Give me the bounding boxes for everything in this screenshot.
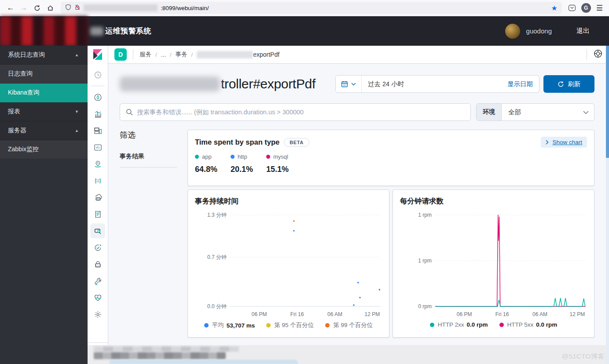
svg-text:1 rpm: 1 rpm [418, 258, 432, 264]
svg-text:06 PM: 06 PM [457, 311, 472, 317]
devtools-icon[interactable] [90, 273, 105, 288]
legend-label: 第 99 个百分位 [333, 321, 373, 329]
legend-item[interactable]: HTTP 2xx0.0 rpm [430, 321, 488, 328]
logs-icon[interactable] [90, 207, 105, 222]
menu-icon[interactable]: ☰ [596, 4, 603, 13]
help-icon[interactable] [593, 49, 603, 60]
chart-plot-area[interactable]: 1.3 分钟0.7 分钟0.0 分钟06 PMFri 1606 AM12 PM [195, 207, 382, 320]
monitoring-icon[interactable] [90, 290, 105, 305]
censored-host [84, 4, 158, 11]
forward-icon[interactable]: → [18, 1, 30, 15]
logout-link[interactable]: 退出 [576, 27, 590, 35]
environment-select[interactable]: 环境 全部 [476, 103, 594, 121]
url-text[interactable]: :8099/webui/main/ [161, 5, 209, 11]
span-type-http: http 20.1% [231, 153, 266, 174]
legend-value: 0.0 rpm [536, 321, 557, 328]
url-bar[interactable]: :8099/webui/main/ ★ [61, 2, 562, 14]
rail-divider [91, 86, 105, 86]
svg-text:0.0 分钟: 0.0 分钟 [207, 303, 227, 309]
watermark: @51CTO博客 [562, 353, 605, 361]
page-scrollbar[interactable] [606, 46, 609, 364]
legend-item[interactable]: HTTP 5xx0.0 rpm [499, 321, 558, 328]
browser-toolbar: ← → :8099/webui/main/ ★ G ☰ [0, 0, 609, 16]
sidebar-item-label: 报表 [8, 108, 20, 116]
refresh-label: 刷新 [568, 80, 581, 88]
sidebar-item-reports[interactable]: 报表 ▼ [0, 102, 88, 121]
span-type-panel: Time spent by span type BETA Show chart … [187, 130, 594, 186]
svg-text:12 PM: 12 PM [365, 311, 380, 317]
account-avatar[interactable]: G [581, 3, 591, 13]
svg-text:12 PM: 12 PM [570, 311, 585, 317]
bookmark-star-icon[interactable]: ★ [551, 4, 557, 12]
home-icon[interactable] [44, 1, 56, 15]
chart-plot-area[interactable]: 1 rpm1 rpm0 rpm06 PMFri 1606 AM12 PM [400, 207, 587, 320]
scrollbar-thumb[interactable] [606, 46, 609, 158]
sidebar-item-servers[interactable]: 服务器 ▲ [0, 121, 88, 140]
calendar-dropdown[interactable] [336, 76, 362, 92]
legend-dot [430, 323, 434, 327]
page-title: troller#exportPdf [221, 76, 316, 91]
uptime-icon[interactable] [90, 240, 105, 255]
reload-icon[interactable] [31, 1, 43, 15]
apm-content: troller#exportPdf 过去 24 小时 显示日期 刷新 [108, 64, 609, 364]
legend-item[interactable]: 第 95 个百分位 [266, 321, 314, 329]
discover-icon[interactable] [90, 90, 105, 105]
space-badge[interactable]: D [114, 48, 127, 61]
maps-icon[interactable] [90, 157, 105, 171]
machine-learning-icon[interactable] [90, 173, 105, 188]
infrastructure-icon[interactable] [90, 190, 105, 205]
management-icon[interactable] [90, 307, 105, 322]
chart-legend: HTTP 2xx0.0 rpmHTTP 5xx0.0 rpm [400, 321, 587, 328]
app-title: 运维预警系统 [105, 26, 151, 36]
siem-icon[interactable] [90, 257, 105, 272]
beta-badge: BETA [284, 138, 309, 147]
breadcrumb-transactions[interactable]: 事务 [176, 51, 187, 58]
back-icon[interactable]: ← [4, 1, 17, 15]
canvas-icon[interactable] [90, 140, 105, 155]
sidebar-item-kibana-query[interactable]: Kibana查询 [0, 84, 88, 102]
user-avatar[interactable] [505, 24, 520, 39]
kibana-logo[interactable] [92, 49, 103, 62]
legend-value: 0.0 rpm [466, 321, 488, 328]
pocket-icon[interactable] [568, 4, 576, 12]
breadcrumb-bar: D 服务 / ... / 事务 / exportPdf [108, 46, 609, 64]
refresh-button[interactable]: 刷新 [543, 75, 594, 93]
app-header: 运维预警系统 guodong 退出 [0, 16, 609, 46]
show-dates-link[interactable]: 显示日期 [507, 80, 533, 88]
time-range-value[interactable]: 过去 24 小时 [368, 80, 404, 88]
transaction-duration-chart: 事务持续时间 1.3 分钟0.7 分钟0.0 分钟06 PMFri 1606 A… [187, 189, 389, 338]
svg-text:1.3 分钟: 1.3 分钟 [207, 212, 227, 218]
breadcrumb-services[interactable]: 服务 [139, 51, 151, 58]
breadcrumb-separator: / [155, 51, 157, 58]
sidebar-item-system-log-query[interactable]: 系统日志查询 ▲ [0, 46, 88, 65]
dashboard-icon[interactable] [90, 123, 105, 138]
shield-icon[interactable] [65, 4, 71, 12]
insecure-lock-icon[interactable] [74, 4, 81, 12]
chevron-up-icon: ▲ [75, 128, 79, 133]
visualize-icon[interactable] [90, 106, 105, 121]
time-range-picker[interactable]: 过去 24 小时 显示日期 [335, 75, 539, 93]
divider [133, 49, 133, 60]
censored-status-text [94, 352, 226, 359]
legend-item[interactable]: 平均53,707 ms [204, 321, 255, 329]
breadcrumb-ellipsis[interactable]: ... [161, 51, 166, 58]
legend-dot [204, 323, 209, 328]
span-type-app: app 64.8% [195, 153, 231, 174]
legend-label: 第 95 个百分位 [274, 321, 314, 329]
search-input[interactable]: 搜索事务和错误...... (例如 transaction.duration.u… [120, 103, 471, 121]
breadcrumb-separator: / [191, 51, 193, 58]
span-type-value: 64.8% [195, 165, 231, 174]
censored-status-text [94, 346, 239, 352]
chevron-down-icon: ▼ [75, 109, 79, 114]
svg-text:06 AM: 06 AM [327, 311, 342, 317]
legend-item[interactable]: 第 99 个百分位 [325, 321, 373, 329]
show-chart-link[interactable]: Show chart [541, 137, 587, 148]
apm-icon[interactable] [90, 223, 105, 238]
filter-panel: 筛选 事务结果 [120, 130, 177, 338]
span-type-label: app [202, 153, 212, 160]
sidebar-item-zabbix[interactable]: Zabbix监控 [0, 140, 88, 159]
transaction-result-section[interactable]: 事务结果 [120, 153, 177, 167]
chart-title: 每分钟请求数 [400, 197, 587, 206]
recent-icon[interactable] [90, 67, 105, 82]
sidebar-item-log-query[interactable]: 日志查询 [0, 65, 88, 84]
